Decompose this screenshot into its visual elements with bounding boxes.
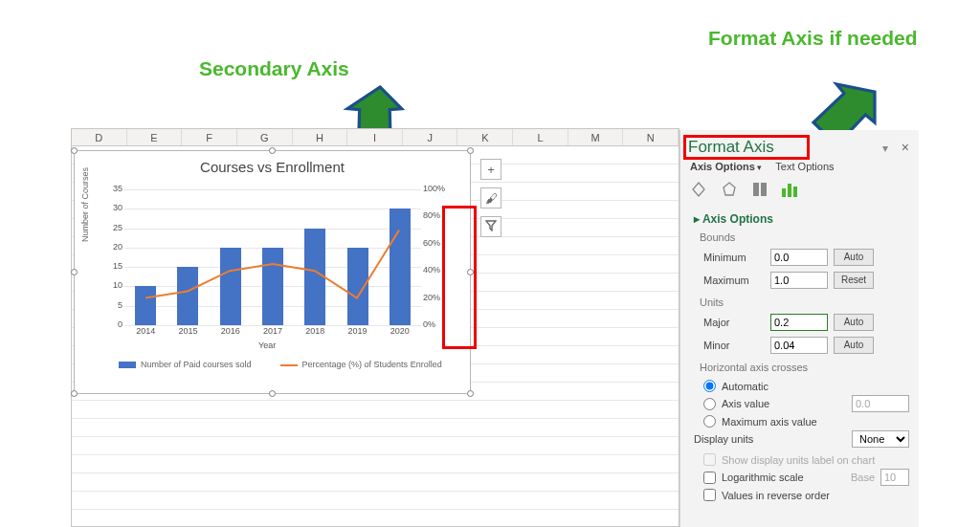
legend-swatch-line: [280, 364, 298, 366]
fill-line-icon[interactable]: [688, 180, 709, 199]
y-axis-label[interactable]: Number of Courses: [80, 167, 90, 242]
horizontal-axis-crosses-label: Horizontal axis crosses: [694, 360, 909, 377]
axis-options-section[interactable]: ▸ Axis Options: [694, 209, 909, 230]
log-base-input: [880, 469, 909, 486]
chart-title[interactable]: Courses vs Enrollment: [75, 159, 470, 175]
plot-area[interactable]: 35 30 25 20 15 10 5 0 100% 80% 60% 40% 2…: [124, 189, 421, 325]
minor-auto-button[interactable]: Auto: [834, 337, 874, 354]
x-axis-label[interactable]: Year: [258, 340, 276, 350]
col-header[interactable]: M: [568, 129, 624, 145]
legend-swatch-bar: [119, 362, 136, 368]
chart-filters-button[interactable]: [480, 216, 501, 237]
automatic-radio[interactable]: [703, 380, 716, 392]
text-options-tab[interactable]: Text Options: [775, 161, 834, 172]
values-reverse-order-checkbox[interactable]: [703, 489, 716, 501]
chart-elements-button[interactable]: +: [480, 159, 501, 180]
format-axis-panel: Format Axis ▾ × Axis Options Text Option…: [679, 130, 919, 527]
panel-menu-dropdown[interactable]: ▾: [882, 142, 888, 155]
selection-handle[interactable]: [71, 390, 78, 397]
highlight-panel-title: [683, 135, 810, 160]
col-header[interactable]: J: [403, 129, 458, 145]
svg-rect-4: [788, 184, 791, 197]
annotation-secondary-axis: Secondary Axis: [199, 57, 349, 80]
svg-rect-2: [761, 183, 767, 196]
selection-handle[interactable]: [467, 147, 474, 154]
size-properties-icon[interactable]: [749, 180, 770, 199]
minimum-label: Minimum: [703, 252, 765, 263]
col-header[interactable]: G: [237, 129, 293, 145]
axis-options-icon[interactable]: [780, 180, 801, 199]
column-headers: D E F G H I J K L M N: [72, 129, 679, 146]
axis-value-input: [852, 395, 909, 412]
display-units-dropdown[interactable]: None: [852, 430, 909, 448]
col-header[interactable]: I: [347, 129, 403, 145]
major-auto-button[interactable]: Auto: [834, 314, 874, 331]
y-axis-ticks: 35 30 25 20 15 10 5 0: [103, 184, 122, 331]
axis-value-radio[interactable]: [703, 398, 716, 410]
selection-handle[interactable]: [269, 390, 276, 397]
logarithmic-scale-checkbox[interactable]: [703, 472, 716, 484]
bounds-label: Bounds: [694, 230, 909, 247]
maximum-input[interactable]: [770, 272, 828, 289]
svg-rect-5: [793, 187, 797, 197]
minimum-input[interactable]: [770, 249, 828, 266]
svg-rect-1: [753, 183, 759, 196]
minor-input[interactable]: [770, 337, 828, 354]
x-axis-ticks: 201420152016 201720182019 2020: [124, 326, 421, 336]
col-header[interactable]: D: [72, 129, 127, 145]
svg-marker-0: [724, 183, 735, 195]
highlight-secondary-axis: [442, 206, 477, 349]
svg-rect-3: [782, 188, 786, 197]
col-header[interactable]: K: [457, 129, 513, 145]
minor-label: Minor: [703, 340, 765, 351]
show-display-units-checkbox: [703, 453, 716, 466]
col-header[interactable]: H: [293, 129, 348, 145]
spreadsheet-grid: D E F G H I J K L M N Courses vs Enrollm…: [71, 128, 679, 527]
axis-options-tab[interactable]: Axis Options: [690, 161, 762, 172]
selection-handle[interactable]: [71, 269, 78, 275]
close-panel-button[interactable]: ×: [902, 140, 909, 155]
col-header[interactable]: E: [127, 129, 183, 145]
units-label: Units: [694, 295, 909, 312]
annotation-format-axis: Format Axis if needed: [708, 27, 918, 50]
effects-icon[interactable]: [719, 180, 740, 199]
col-header[interactable]: L: [513, 129, 568, 145]
chart-styles-button[interactable]: 🖌: [480, 187, 501, 209]
major-label: Major: [703, 317, 765, 328]
chart-object[interactable]: Courses vs Enrollment Number of Courses …: [74, 150, 471, 394]
chart-legend[interactable]: Number of Paid courses sold Percentage (…: [119, 360, 442, 369]
major-input[interactable]: [770, 314, 828, 331]
col-header[interactable]: N: [623, 129, 679, 145]
display-units-label: Display units: [694, 433, 770, 445]
maximum-reset-button[interactable]: Reset: [834, 272, 874, 289]
col-header[interactable]: F: [182, 129, 237, 145]
selection-handle[interactable]: [71, 147, 78, 154]
selection-handle[interactable]: [467, 390, 474, 397]
selection-handle[interactable]: [269, 147, 276, 154]
maximum-axis-value-radio[interactable]: [703, 415, 716, 428]
minimum-auto-button[interactable]: Auto: [834, 249, 874, 266]
maximum-label: Maximum: [703, 274, 765, 286]
line-series[interactable]: [124, 189, 421, 325]
